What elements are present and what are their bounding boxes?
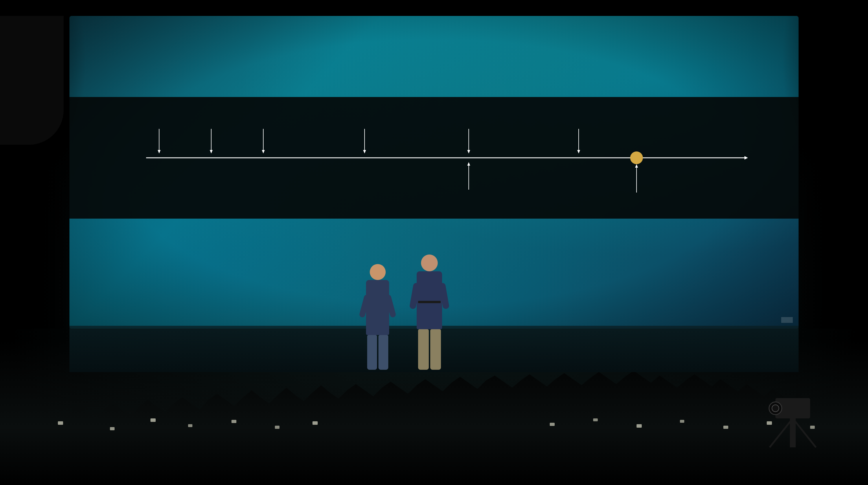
screen-edge-right <box>799 16 868 329</box>
speaker-right <box>416 255 442 370</box>
diagram-banner <box>69 97 799 219</box>
title-area <box>69 39 799 42</box>
speaker-right-head <box>421 255 438 271</box>
svg-marker-5 <box>262 150 265 153</box>
svg-point-15 <box>630 151 643 164</box>
svg-marker-7 <box>363 150 366 153</box>
svg-marker-1 <box>158 150 161 153</box>
svg-marker-3 <box>210 150 213 153</box>
speaker-left-body <box>366 280 389 335</box>
speaker-left-head <box>370 264 386 280</box>
svg-marker-9 <box>467 150 470 153</box>
diagram-svg <box>69 97 799 219</box>
speaker-left <box>366 264 389 370</box>
svg-marker-14 <box>744 156 748 160</box>
svg-marker-11 <box>577 150 580 153</box>
top-dark-bar <box>0 0 868 16</box>
speaker-right-body <box>416 271 442 329</box>
svg-marker-17 <box>467 162 470 166</box>
corner-brand <box>781 317 793 323</box>
camera-block-left <box>0 0 64 145</box>
svg-marker-19 <box>635 164 638 168</box>
